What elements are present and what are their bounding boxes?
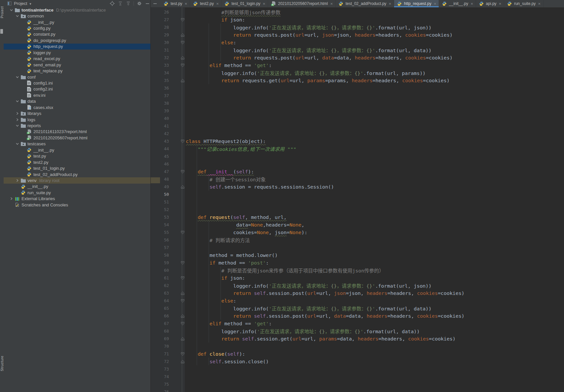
- tree-item-__init__.py[interactable]: __init__.py: [4, 184, 150, 190]
- fold-marker-icon[interactable]: [169, 18, 185, 22]
- tree-item-config2.ini[interactable]: config2.ini: [4, 86, 150, 92]
- close-icon[interactable]: ✕: [470, 2, 473, 6]
- close-icon[interactable]: ✕: [263, 2, 265, 6]
- collapse-all-icon[interactable]: [117, 0, 123, 7]
- tree-item-read_excel.py[interactable]: read_excel.py: [4, 56, 150, 62]
- close-icon[interactable]: ✕: [434, 2, 436, 6]
- tree-item-librarys[interactable]: librarys: [4, 110, 150, 116]
- fold-marker-icon[interactable]: [169, 337, 185, 341]
- tree-item-env.ini[interactable]: env.ini: [4, 92, 150, 98]
- tree-item-constant.py[interactable]: constant.py: [4, 31, 150, 37]
- fold-marker-icon[interactable]: [169, 33, 185, 37]
- close-icon[interactable]: ✕: [330, 2, 333, 6]
- tree-item-do_postgresql.py[interactable]: do_postgresql.py: [4, 37, 150, 43]
- fold-marker-icon[interactable]: [169, 79, 185, 83]
- tab-run_suite.py[interactable]: run_suite.py✕: [504, 0, 544, 7]
- tree-item-label: http_request.py: [33, 44, 63, 49]
- hide-tabs-icon[interactable]: [151, 0, 161, 7]
- tree-item-logs[interactable]: logs: [4, 117, 150, 123]
- fold-marker-icon[interactable]: [169, 231, 185, 234]
- fold-marker-icon[interactable]: [169, 291, 185, 295]
- chevron-down-icon[interactable]: [14, 99, 20, 103]
- fold-marker-icon[interactable]: [169, 139, 185, 143]
- fold-marker-icon[interactable]: [169, 170, 185, 174]
- tree-item-Scratches and Consoles[interactable]: Scratches and Consoles: [4, 202, 150, 208]
- tab-test_01_login.py[interactable]: test_01_login.py✕: [222, 0, 268, 7]
- close-icon[interactable]: ✕: [184, 2, 187, 6]
- fold-marker-icon[interactable]: [169, 276, 185, 280]
- close-icon[interactable]: ✕: [216, 2, 219, 6]
- tab-__init__.py[interactable]: __init__.py✕: [439, 0, 476, 7]
- fold-marker-icon[interactable]: [169, 322, 185, 326]
- svg-text:H: H: [272, 4, 273, 6]
- chevron-right-icon[interactable]: [8, 197, 14, 200]
- tab-test2.py[interactable]: test2.py✕: [190, 0, 222, 7]
- line-number: 73: [151, 367, 169, 372]
- chevron-down-icon[interactable]: ▼: [29, 2, 32, 6]
- tree-item-test.py[interactable]: test.py: [4, 153, 150, 159]
- tool-window-stripe-project[interactable]: Project: [0, 1, 4, 24]
- tree-item-__init__.py[interactable]: __init__.py: [4, 19, 150, 25]
- tree-item-__init__.py[interactable]: __init__.py: [4, 147, 150, 153]
- fold-marker-icon[interactable]: [169, 261, 185, 265]
- fold-marker-icon[interactable]: [169, 352, 185, 356]
- hide-panel-icon[interactable]: [144, 0, 150, 7]
- tree-item-run_suite.py[interactable]: run_suite.py: [4, 190, 150, 196]
- tree-item-External Libraries[interactable]: External Libraries: [4, 196, 150, 202]
- chevron-down-icon[interactable]: [14, 142, 20, 146]
- code-token: return: [233, 313, 251, 319]
- tab-api.py[interactable]: api.py✕: [476, 0, 504, 7]
- tree-item-config1.ini[interactable]: config1.ini: [4, 80, 150, 86]
- fold-marker-icon[interactable]: [169, 360, 185, 364]
- code-token: '正在发送请求，请求地址：: [269, 283, 331, 289]
- chevron-down-icon[interactable]: [8, 8, 14, 12]
- tab-test_02_addProduct.py[interactable]: test_02_addProduct.py✕: [336, 0, 394, 7]
- tree-item-common[interactable]: common: [4, 13, 150, 19]
- tree-item-logger.py[interactable]: logger.py: [4, 50, 150, 55]
- tree-item-test2.py[interactable]: test2.py: [4, 159, 150, 165]
- gear-icon[interactable]: [136, 0, 142, 7]
- expand-all-icon[interactable]: [125, 0, 131, 7]
- tree-item-testcases[interactable]: testcases: [4, 141, 150, 147]
- tree-item-config.py[interactable]: config.py: [4, 25, 150, 31]
- chevron-down-icon[interactable]: [14, 75, 20, 79]
- tab-test.py[interactable]: test.py✕: [161, 0, 190, 7]
- chevron-right-icon[interactable]: [14, 179, 20, 182]
- close-icon[interactable]: ✕: [538, 2, 541, 6]
- fold-marker-icon[interactable]: [169, 185, 185, 189]
- tree-item-20210120205607report.html[interactable]: H20210120205607report.html: [4, 135, 150, 141]
- tree-item-http_request.py[interactable]: http_request.py: [4, 44, 150, 50]
- tree-item-text_replace.py[interactable]: text_replace.py: [4, 68, 150, 74]
- tree-item-send_email.py[interactable]: send_email.py: [4, 62, 150, 68]
- fold-marker-icon[interactable]: [169, 63, 185, 67]
- chevron-down-icon[interactable]: [14, 14, 20, 18]
- indent: [186, 146, 198, 152]
- tree-item-tontisaInterface[interactable]: tontisaInterfaceD:\pywork\tontisaInterfa…: [4, 7, 150, 13]
- tab-20210120205607report.html[interactable]: H20210120205607report.html✕: [268, 0, 336, 7]
- project-panel-title[interactable]: Project: [14, 1, 27, 6]
- code-editor[interactable]: 26 #判断是够用json传递参数27 if json:28 logger.in…: [151, 7, 564, 392]
- tree-item-data[interactable]: data: [4, 98, 150, 104]
- close-icon[interactable]: ✕: [389, 2, 391, 6]
- tree-item-venv[interactable]: venvlibrary root: [4, 177, 150, 183]
- fold-marker-icon[interactable]: [169, 299, 185, 303]
- fold-marker-icon[interactable]: [169, 56, 185, 60]
- close-icon[interactable]: ✕: [499, 2, 502, 6]
- tree-item-reports[interactable]: reports: [4, 123, 150, 128]
- chevron-right-icon[interactable]: [14, 118, 20, 122]
- tree-item-conf[interactable]: conf: [4, 74, 150, 80]
- chevron-right-icon[interactable]: [14, 112, 20, 115]
- fold-marker-icon[interactable]: [169, 41, 185, 45]
- active-tool-window-marker-icon[interactable]: [0, 29, 3, 34]
- chevron-down-icon[interactable]: [14, 124, 20, 127]
- tree-item-20210116110237report.html[interactable]: H20210116110237report.html: [4, 129, 150, 135]
- tool-window-stripe-structure[interactable]: Structure: [0, 342, 4, 385]
- tree-item-cases.xlsx[interactable]: ?cases.xlsx: [4, 104, 150, 110]
- fold-marker-icon[interactable]: [169, 314, 185, 318]
- tab-http_request.py[interactable]: http_request.py✕: [394, 0, 439, 7]
- tree-item-test_02_addProduct.py[interactable]: test_02_addProduct.py: [4, 171, 150, 177]
- locate-file-icon[interactable]: [109, 0, 115, 7]
- tree-item-test_01_login.py[interactable]: test_01_login.py: [4, 165, 150, 171]
- py-icon: [26, 44, 32, 49]
- py-icon: [26, 166, 32, 171]
